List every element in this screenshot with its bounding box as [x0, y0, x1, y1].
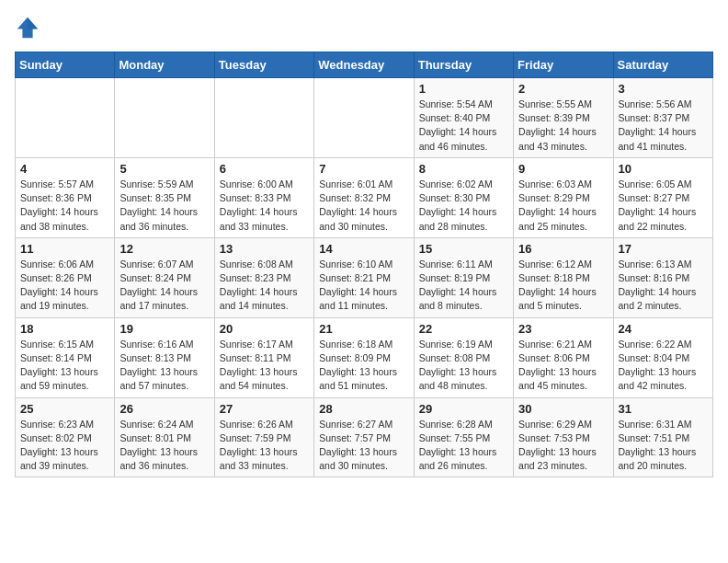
- page-header: [15, 15, 713, 40]
- weekday-header-sunday: Sunday: [16, 52, 115, 78]
- day-info: Sunrise: 6:01 AM Sunset: 8:32 PM Dayligh…: [319, 178, 408, 234]
- day-number: 19: [119, 322, 209, 336]
- day-number: 18: [20, 322, 109, 336]
- day-info: Sunrise: 6:15 AM Sunset: 8:14 PM Dayligh…: [20, 338, 109, 394]
- calendar-cell: 17Sunrise: 6:13 AM Sunset: 8:16 PM Dayli…: [613, 237, 712, 317]
- day-info: Sunrise: 6:16 AM Sunset: 8:13 PM Dayligh…: [119, 338, 209, 394]
- day-info: Sunrise: 6:02 AM Sunset: 8:30 PM Dayligh…: [419, 178, 508, 234]
- day-info: Sunrise: 6:28 AM Sunset: 7:55 PM Dayligh…: [419, 418, 508, 474]
- calendar-week-5: 25Sunrise: 6:23 AM Sunset: 8:02 PM Dayli…: [16, 397, 713, 477]
- calendar-cell: 27Sunrise: 6:26 AM Sunset: 7:59 PM Dayli…: [214, 397, 313, 477]
- day-info: Sunrise: 6:12 AM Sunset: 8:18 PM Dayligh…: [518, 258, 608, 314]
- day-info: Sunrise: 5:55 AM Sunset: 8:39 PM Dayligh…: [518, 98, 608, 154]
- day-number: 20: [220, 322, 309, 336]
- day-info: Sunrise: 6:06 AM Sunset: 8:26 PM Dayligh…: [20, 258, 109, 314]
- logo: [15, 15, 44, 40]
- day-number: 12: [119, 242, 209, 256]
- weekday-header-friday: Friday: [514, 52, 613, 78]
- calendar-cell: 2Sunrise: 5:55 AM Sunset: 8:39 PM Daylig…: [514, 78, 613, 158]
- day-info: Sunrise: 6:07 AM Sunset: 8:24 PM Dayligh…: [119, 258, 209, 314]
- calendar-cell: 31Sunrise: 6:31 AM Sunset: 7:51 PM Dayli…: [613, 397, 712, 477]
- day-number: 2: [518, 82, 608, 96]
- day-number: 17: [619, 242, 708, 256]
- weekday-header-tuesday: Tuesday: [214, 52, 313, 78]
- day-number: 22: [419, 322, 508, 336]
- day-info: Sunrise: 6:23 AM Sunset: 8:02 PM Dayligh…: [20, 418, 109, 474]
- svg-marker-1: [28, 17, 38, 29]
- day-number: 7: [319, 162, 408, 176]
- weekday-header-row: SundayMondayTuesdayWednesdayThursdayFrid…: [16, 52, 713, 78]
- weekday-header-thursday: Thursday: [414, 52, 513, 78]
- day-info: Sunrise: 6:22 AM Sunset: 8:04 PM Dayligh…: [619, 338, 708, 394]
- day-number: 26: [119, 402, 209, 416]
- calendar-cell: 22Sunrise: 6:19 AM Sunset: 8:08 PM Dayli…: [414, 317, 513, 397]
- calendar-week-1: 1Sunrise: 5:54 AM Sunset: 8:40 PM Daylig…: [16, 78, 713, 158]
- day-info: Sunrise: 6:18 AM Sunset: 8:09 PM Dayligh…: [319, 338, 408, 394]
- calendar-cell: 23Sunrise: 6:21 AM Sunset: 8:06 PM Dayli…: [514, 317, 613, 397]
- weekday-header-monday: Monday: [115, 52, 214, 78]
- day-number: 30: [518, 402, 608, 416]
- calendar-week-4: 18Sunrise: 6:15 AM Sunset: 8:14 PM Dayli…: [16, 317, 713, 397]
- day-info: Sunrise: 5:56 AM Sunset: 8:37 PM Dayligh…: [619, 98, 708, 154]
- day-number: 8: [419, 162, 508, 176]
- calendar-cell: 15Sunrise: 6:11 AM Sunset: 8:19 PM Dayli…: [414, 237, 513, 317]
- day-number: 5: [119, 162, 209, 176]
- day-info: Sunrise: 6:10 AM Sunset: 8:21 PM Dayligh…: [319, 258, 408, 314]
- calendar-cell: 20Sunrise: 6:17 AM Sunset: 8:11 PM Dayli…: [214, 317, 313, 397]
- day-info: Sunrise: 5:59 AM Sunset: 8:35 PM Dayligh…: [119, 178, 209, 234]
- calendar-cell: 13Sunrise: 6:08 AM Sunset: 8:23 PM Dayli…: [214, 237, 313, 317]
- calendar-cell: 5Sunrise: 5:59 AM Sunset: 8:35 PM Daylig…: [115, 157, 214, 237]
- calendar-cell: 14Sunrise: 6:10 AM Sunset: 8:21 PM Dayli…: [314, 237, 414, 317]
- day-number: 15: [419, 242, 508, 256]
- day-info: Sunrise: 6:13 AM Sunset: 8:16 PM Dayligh…: [619, 258, 708, 314]
- calendar-cell: 1Sunrise: 5:54 AM Sunset: 8:40 PM Daylig…: [414, 78, 513, 158]
- weekday-header-wednesday: Wednesday: [314, 52, 414, 78]
- calendar-cell: [314, 78, 414, 158]
- calendar-cell: [16, 78, 115, 158]
- day-info: Sunrise: 6:24 AM Sunset: 8:01 PM Dayligh…: [119, 418, 209, 474]
- day-info: Sunrise: 6:00 AM Sunset: 8:33 PM Dayligh…: [220, 178, 309, 234]
- calendar-cell: 29Sunrise: 6:28 AM Sunset: 7:55 PM Dayli…: [414, 397, 513, 477]
- calendar-table: SundayMondayTuesdayWednesdayThursdayFrid…: [15, 52, 713, 477]
- day-number: 21: [319, 322, 408, 336]
- calendar-cell: 3Sunrise: 5:56 AM Sunset: 8:37 PM Daylig…: [613, 78, 712, 158]
- day-info: Sunrise: 5:54 AM Sunset: 8:40 PM Dayligh…: [419, 98, 508, 154]
- calendar-cell: 18Sunrise: 6:15 AM Sunset: 8:14 PM Dayli…: [16, 317, 115, 397]
- day-number: 9: [518, 162, 608, 176]
- calendar-week-3: 11Sunrise: 6:06 AM Sunset: 8:26 PM Dayli…: [16, 237, 713, 317]
- day-info: Sunrise: 6:29 AM Sunset: 7:53 PM Dayligh…: [518, 418, 608, 474]
- day-number: 23: [518, 322, 608, 336]
- day-info: Sunrise: 6:08 AM Sunset: 8:23 PM Dayligh…: [220, 258, 309, 314]
- day-info: Sunrise: 6:11 AM Sunset: 8:19 PM Dayligh…: [419, 258, 508, 314]
- day-info: Sunrise: 6:31 AM Sunset: 7:51 PM Dayligh…: [619, 418, 708, 474]
- calendar-cell: 10Sunrise: 6:05 AM Sunset: 8:27 PM Dayli…: [613, 157, 712, 237]
- day-number: 4: [20, 162, 109, 176]
- calendar-cell: 28Sunrise: 6:27 AM Sunset: 7:57 PM Dayli…: [314, 397, 414, 477]
- day-number: 10: [619, 162, 708, 176]
- day-number: 14: [319, 242, 408, 256]
- calendar-cell: 11Sunrise: 6:06 AM Sunset: 8:26 PM Dayli…: [16, 237, 115, 317]
- day-info: Sunrise: 6:05 AM Sunset: 8:27 PM Dayligh…: [619, 178, 708, 234]
- day-number: 27: [220, 402, 309, 416]
- day-number: 25: [20, 402, 109, 416]
- day-number: 6: [220, 162, 309, 176]
- day-info: Sunrise: 6:19 AM Sunset: 8:08 PM Dayligh…: [419, 338, 508, 394]
- day-info: Sunrise: 5:57 AM Sunset: 8:36 PM Dayligh…: [20, 178, 109, 234]
- calendar-cell: 7Sunrise: 6:01 AM Sunset: 8:32 PM Daylig…: [314, 157, 414, 237]
- calendar-cell: 26Sunrise: 6:24 AM Sunset: 8:01 PM Dayli…: [115, 397, 214, 477]
- day-number: 29: [419, 402, 508, 416]
- day-number: 11: [20, 242, 109, 256]
- day-number: 13: [220, 242, 309, 256]
- calendar-cell: 24Sunrise: 6:22 AM Sunset: 8:04 PM Dayli…: [613, 317, 712, 397]
- calendar-cell: 9Sunrise: 6:03 AM Sunset: 8:29 PM Daylig…: [514, 157, 613, 237]
- calendar-cell: 4Sunrise: 5:57 AM Sunset: 8:36 PM Daylig…: [16, 157, 115, 237]
- calendar-cell: 16Sunrise: 6:12 AM Sunset: 8:18 PM Dayli…: [514, 237, 613, 317]
- calendar-cell: 21Sunrise: 6:18 AM Sunset: 8:09 PM Dayli…: [314, 317, 414, 397]
- calendar-cell: 30Sunrise: 6:29 AM Sunset: 7:53 PM Dayli…: [514, 397, 613, 477]
- calendar-cell: 19Sunrise: 6:16 AM Sunset: 8:13 PM Dayli…: [115, 317, 214, 397]
- day-number: 31: [619, 402, 708, 416]
- day-info: Sunrise: 6:17 AM Sunset: 8:11 PM Dayligh…: [220, 338, 309, 394]
- day-info: Sunrise: 6:21 AM Sunset: 8:06 PM Dayligh…: [518, 338, 608, 394]
- day-info: Sunrise: 6:27 AM Sunset: 7:57 PM Dayligh…: [319, 418, 408, 474]
- day-number: 1: [419, 82, 508, 96]
